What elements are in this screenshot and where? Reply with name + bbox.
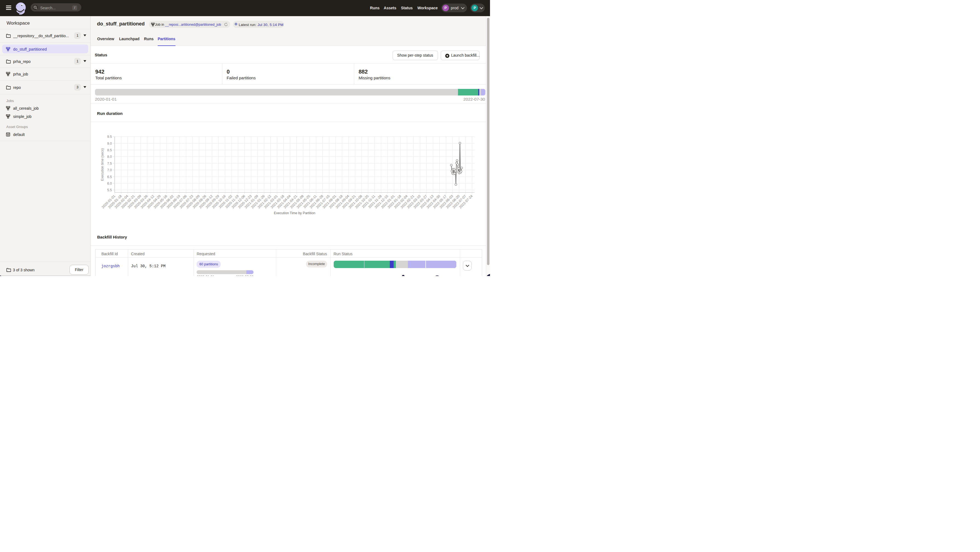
svg-text:5.5: 5.5 bbox=[107, 188, 112, 192]
svg-text:Execution time (secs): Execution time (secs) bbox=[100, 148, 104, 181]
svg-text:8.5: 8.5 bbox=[107, 148, 112, 152]
svg-text:6.0: 6.0 bbox=[107, 182, 112, 186]
svg-text:9.5: 9.5 bbox=[107, 135, 112, 139]
svg-text:7.0: 7.0 bbox=[107, 168, 112, 172]
svg-text:8.0: 8.0 bbox=[107, 155, 112, 159]
svg-text:Execution Time by Partition: Execution Time by Partition bbox=[274, 211, 315, 215]
svg-text:6.5: 6.5 bbox=[107, 175, 112, 179]
svg-text:9.0: 9.0 bbox=[107, 142, 112, 146]
svg-text:7.5: 7.5 bbox=[107, 162, 112, 165]
